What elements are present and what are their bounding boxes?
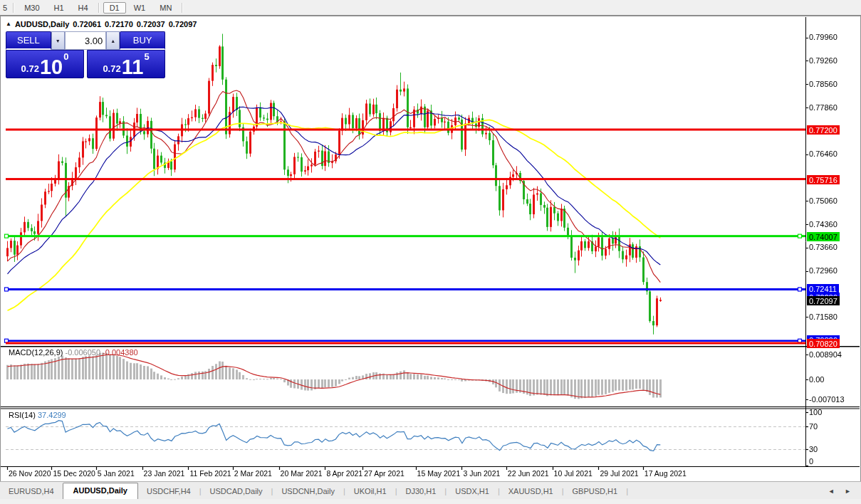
buy-price-sup: 5 <box>144 51 149 62</box>
macd-axis-label: -0.007013 <box>809 395 845 404</box>
timeframe-button-m30[interactable]: M30 <box>18 2 46 14</box>
buy-price-display[interactable]: 0.72 11 5 <box>87 50 165 78</box>
current-price-label: 0.72097 <box>807 296 840 305</box>
sell-price-big: 10 <box>40 58 63 76</box>
chart-tab-usdx[interactable]: USDX,H1 <box>447 484 498 499</box>
chart-tab-audusd[interactable]: AUDUSD,Daily <box>63 483 138 499</box>
price-tick-label: 0.76460 <box>809 149 837 159</box>
chart-tab-ukoil[interactable]: UKOil,H1 <box>345 484 395 499</box>
tab-separator: | <box>626 487 628 499</box>
timeframe-button-5[interactable]: 5 <box>1 2 9 14</box>
chart-tab-usdchf[interactable]: USDCHF,H4 <box>138 484 199 499</box>
price-tick-label: 0.77860 <box>809 103 837 112</box>
price-tick-label: 0.72960 <box>809 266 837 275</box>
macd-name: MACD(12,26,9) <box>9 348 63 357</box>
macd-label: MACD(12,26,9) -0.006050 -0.004380 <box>9 348 138 357</box>
chart-tab-usdcad[interactable]: USDCAD,Daily <box>202 484 271 499</box>
toolbar-separator <box>98 3 100 13</box>
chart-tab-gbpusd[interactable]: GBPUSD,H1 <box>564 484 627 499</box>
timeframe-button-d1[interactable]: D1 <box>103 2 126 14</box>
hline-price-label: 0.77200 <box>807 125 840 135</box>
sell-button[interactable]: SELL <box>6 31 51 50</box>
buy-button[interactable]: BUY <box>120 31 165 50</box>
timeframe-button-mn[interactable]: MN <box>153 2 178 14</box>
date-tick-label: 5 Jan 2021 <box>98 469 135 478</box>
date-tick-label: 23 Jan 2021 <box>144 469 185 478</box>
rsi-axis-label: 100 <box>809 408 822 417</box>
sell-price-sup: 0 <box>63 51 68 62</box>
chart-tab-xauusd[interactable]: XAUUSD,H1 <box>500 484 562 499</box>
price-tick-label: 0.79260 <box>809 56 837 65</box>
hline-price-label: 0.70820 <box>807 339 840 348</box>
hline-price-label: 0.75716 <box>807 175 840 184</box>
chart-tab-eurusd[interactable]: EURUSD,H4 <box>0 484 63 499</box>
price-tick-label: 0.79960 <box>809 33 837 42</box>
price-tick-label: 0.75060 <box>809 196 837 206</box>
date-tick-label: 29 Jul 2021 <box>600 469 638 478</box>
macd-value-signal: -0.004380 <box>103 348 138 357</box>
chart-tab-dj30[interactable]: DJ30,H1 <box>397 484 445 499</box>
date-tick-label: 17 Aug 2021 <box>645 469 687 478</box>
buy-price-base: 0.72 <box>103 63 120 74</box>
date-tick-label: 20 Mar 2021 <box>281 469 323 478</box>
hline-price-label: 0.72411 <box>807 284 839 293</box>
price-tick-label: 0.78560 <box>809 80 837 89</box>
date-tick-label: 10 Jul 2021 <box>554 469 593 478</box>
macd-axis-label: 0.00 <box>809 375 824 384</box>
rsi-axis-label: 0 <box>809 457 813 466</box>
date-tick-label: 26 Nov 2020 <box>9 469 51 478</box>
price-tick-label: 0.71580 <box>809 313 837 322</box>
date-tick-label: 15 May 2021 <box>417 469 461 478</box>
ohlc-close: 0.72097 <box>169 20 197 28</box>
volume-down-button[interactable]: ▼ <box>51 31 65 50</box>
price-tick-label: 0.74360 <box>809 220 837 229</box>
chart-tab-bar: EURUSD,H4AUDUSD,DailyUSDCHF,H4|USDCAD,Da… <box>0 481 861 499</box>
rsi-axis-label: 70 <box>809 422 818 431</box>
date-tick-label: 8 Apr 2021 <box>326 469 362 478</box>
toolbar-separator <box>13 3 14 13</box>
macd-axis-label: 0.008904 <box>809 350 842 359</box>
buy-price-big: 11 <box>122 58 144 76</box>
ohlc-low: 0.72037 <box>137 20 165 28</box>
sell-price-base: 0.72 <box>21 63 39 74</box>
macd-value-main: -0.006050 <box>65 348 100 357</box>
volume-input[interactable]: 3.00 <box>65 31 107 50</box>
date-tick-label: 27 Apr 2021 <box>364 469 405 478</box>
date-tick-label: 3 Jun 2021 <box>463 469 500 478</box>
chart-title: ▲ AUDUSD,Daily 0.72061 0.72170 0.72037 0… <box>6 19 201 29</box>
tab-scroll-arrows[interactable]: ◄ ► <box>828 488 855 499</box>
sell-price-display[interactable]: 0.72 10 0 <box>6 50 84 78</box>
date-tick-label: 22 Jun 2021 <box>508 469 549 478</box>
mt4-workspace: 5M30H1H4D1W1MN ▲ AUDUSD,Daily 0.72061 0.… <box>0 0 861 504</box>
collapse-triangle-icon[interactable]: ▲ <box>6 21 11 27</box>
one-click-trade-panel: SELL ▼ 3.00 ▲ BUY 0.72 10 0 0.72 11 5 <box>6 31 165 78</box>
rsi-axis-label: 30 <box>809 445 818 454</box>
date-tick-label: 11 Feb 2021 <box>189 469 231 478</box>
rsi-name: RSI(14) <box>9 411 36 419</box>
timeframe-button-h4[interactable]: H4 <box>72 2 95 14</box>
timeframe-toolbar: 5M30H1H4D1W1MN <box>0 0 861 16</box>
ohlc-high: 0.72170 <box>105 20 133 28</box>
date-tick-label: 2 Mar 2021 <box>234 469 272 478</box>
price-tick-label: 0.73660 <box>809 243 837 252</box>
hline-price-label: 0.74007 <box>807 232 840 241</box>
chart-tab-usdcnh[interactable]: USDCNH,Daily <box>273 484 343 499</box>
date-tick-label: 15 Dec 2020 <box>53 469 95 478</box>
rsi-label: RSI(14) 37.4299 <box>9 411 66 419</box>
rsi-value: 37.4299 <box>38 411 66 419</box>
volume-up-button[interactable]: ▲ <box>106 31 120 50</box>
timeframe-button-h1[interactable]: H1 <box>48 2 71 14</box>
chart-symbol: AUDUSD,Daily <box>15 20 69 28</box>
toolbar-separator <box>182 3 183 13</box>
timeframe-button-w1[interactable]: W1 <box>127 2 152 14</box>
ohlc-open: 0.72061 <box>73 20 101 28</box>
